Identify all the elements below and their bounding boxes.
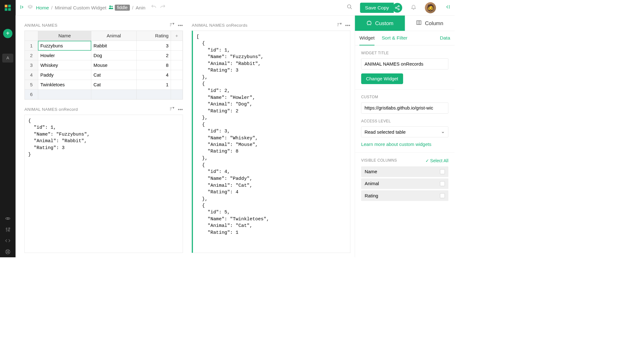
onrecord-panel: ANIMAL NAMES onRecord ••• { "id": 1, "Na… — [24, 106, 183, 253]
svg-line-31 — [397, 8, 398, 9]
learn-more-link[interactable]: Learn more about custom widgets — [361, 142, 448, 147]
svg-rect-2 — [5, 8, 7, 11]
widget-title-label: WIDGET TITLE — [361, 51, 448, 55]
puzzle-icon — [366, 20, 372, 27]
sort-filter-icon[interactable] — [169, 22, 174, 29]
panel-title[interactable]: ANIMAL NAMES onRecords — [192, 23, 333, 28]
svg-point-28 — [395, 7, 397, 8]
cell-name[interactable]: Howler — [38, 51, 91, 60]
visible-column-item[interactable]: Rating — [361, 190, 448, 201]
collapse-right-panel-icon[interactable] — [445, 4, 450, 11]
row-number[interactable]: 5 — [25, 80, 38, 89]
settings-icon[interactable] — [0, 224, 15, 235]
cell-name[interactable]: Twinkletoes — [38, 80, 91, 89]
column-name: Rating — [365, 193, 378, 198]
custom-label: CUSTOM — [361, 95, 448, 99]
panel-menu-icon[interactable]: ••• — [178, 106, 183, 112]
row-number[interactable]: 1 — [25, 41, 38, 51]
sort-filter-icon[interactable] — [169, 106, 174, 113]
select-all-button[interactable]: ✓ Select All — [425, 158, 448, 163]
table-row[interactable]: 3WhiskeyMouse8 — [25, 60, 183, 70]
svg-line-30 — [397, 7, 398, 8]
onrecord-code: { "id": 1, "Name": "Fuzzybuns", "Animal"… — [24, 115, 183, 253]
cell-animal[interactable]: Cat — [91, 80, 136, 89]
workspace: ANIMAL NAMES ••• NameAnimalRating+ 1Fuzz… — [15, 15, 354, 257]
breadcrumb-home[interactable]: Home — [36, 5, 49, 10]
onrecords-code: [ { "id": 1, "Name": "Fuzzybuns", "Anima… — [192, 31, 350, 253]
page-tab[interactable]: A — [2, 54, 13, 62]
user-avatar[interactable]: 🧔 — [425, 2, 436, 13]
table-row[interactable]: 5TwinkletoesCat1 — [25, 80, 183, 89]
svg-point-24 — [111, 6, 113, 7]
breadcrumb-page[interactable]: Anin — [136, 5, 145, 10]
save-copy-button[interactable]: Save Copy — [360, 3, 394, 13]
share-button[interactable] — [392, 3, 402, 13]
add-new-button[interactable]: + — [3, 29, 13, 38]
breadcrumb-doc[interactable]: Minimal Custom Widget — [55, 5, 106, 10]
column-checkbox[interactable] — [440, 169, 445, 174]
breadcrumb: Home / Minimal Custom Widget fiddle / An… — [36, 4, 146, 11]
svg-point-27 — [398, 5, 399, 7]
access-level-select[interactable]: Read selected table — [361, 126, 448, 137]
table-panel: ANIMAL NAMES ••• NameAnimalRating+ 1Fuzz… — [24, 22, 183, 100]
cell-animal[interactable]: Cat — [91, 70, 136, 80]
tab-data[interactable]: Data — [440, 31, 450, 45]
panel-title[interactable]: ANIMAL NAMES onRecord — [24, 107, 166, 112]
redo-button[interactable] — [160, 4, 166, 11]
svg-rect-3 — [8, 8, 11, 11]
cell-name[interactable]: Paddy — [38, 70, 91, 80]
column-header[interactable]: Animal — [91, 31, 136, 41]
panel-title[interactable]: ANIMAL NAMES — [24, 23, 166, 28]
cell-rating[interactable]: 4 — [136, 70, 171, 80]
cell-animal[interactable]: Rabbit — [91, 41, 136, 51]
column-header[interactable]: Name — [38, 31, 91, 41]
header-tab-custom[interactable]: Custom — [355, 15, 405, 31]
change-widget-button[interactable]: Change Widget — [361, 73, 403, 84]
app-logo[interactable] — [0, 0, 15, 15]
grist-logo-icon — [4, 4, 12, 12]
svg-marker-22 — [28, 5, 32, 7]
table-row-empty[interactable]: 6 — [25, 89, 183, 99]
column-header[interactable]: Rating — [136, 31, 171, 41]
svg-line-18 — [8, 250, 9, 251]
cell-rating[interactable]: 8 — [136, 60, 171, 70]
tab-sort-filter[interactable]: Sort & Filter — [382, 31, 408, 45]
column-checkbox[interactable] — [440, 181, 445, 186]
cell-rating[interactable]: 2 — [136, 51, 171, 60]
row-number[interactable]: 4 — [25, 70, 38, 80]
column-checkbox[interactable] — [440, 193, 445, 198]
undo-button[interactable] — [151, 4, 156, 11]
top-bar: Home / Minimal Custom Widget fiddle / An… — [15, 0, 454, 15]
cell-rating[interactable]: 1 — [136, 80, 171, 89]
raw-data-icon[interactable] — [0, 213, 15, 224]
svg-point-9 — [8, 230, 9, 231]
column-icon — [416, 20, 422, 27]
expand-left-panel-icon[interactable] — [20, 5, 24, 10]
svg-point-12 — [9, 228, 10, 229]
header-tab-column[interactable]: Column — [405, 15, 455, 31]
panel-menu-icon[interactable]: ••• — [345, 22, 350, 28]
code-view-icon[interactable] — [0, 235, 15, 246]
visible-column-item[interactable]: Name — [361, 166, 448, 177]
cell-animal[interactable]: Dog — [91, 51, 136, 60]
cell-name[interactable]: Whiskey — [38, 60, 91, 70]
row-number[interactable]: 3 — [25, 60, 38, 70]
custom-url-input[interactable] — [361, 103, 448, 114]
add-column-button[interactable]: + — [171, 31, 182, 41]
notifications-button[interactable] — [411, 4, 416, 11]
cell-name[interactable]: Fuzzybuns — [38, 41, 91, 51]
search-button[interactable] — [347, 4, 353, 11]
tab-widget[interactable]: Widget — [359, 31, 375, 46]
table-row[interactable]: 4PaddyCat4 — [25, 70, 183, 80]
visible-column-item[interactable]: Animal — [361, 178, 448, 189]
table-row[interactable]: 1FuzzybunsRabbit3 — [25, 41, 183, 51]
widget-title-input[interactable] — [361, 58, 448, 69]
row-number[interactable]: 2 — [25, 51, 38, 60]
cell-rating[interactable]: 3 — [136, 41, 171, 51]
sort-filter-icon[interactable] — [337, 22, 342, 29]
data-table[interactable]: NameAnimalRating+ 1FuzzybunsRabbit32Howl… — [24, 31, 182, 99]
panel-menu-icon[interactable]: ••• — [178, 22, 183, 28]
help-icon[interactable] — [0, 246, 15, 257]
cell-animal[interactable]: Mouse — [91, 60, 136, 70]
table-row[interactable]: 2HowlerDog2 — [25, 51, 183, 60]
